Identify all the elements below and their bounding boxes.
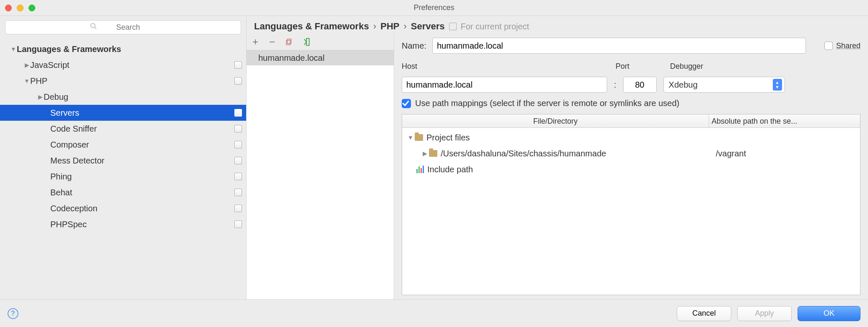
add-server-button[interactable]: [251, 37, 260, 47]
column-file-directory[interactable]: File/Directory: [402, 114, 709, 127]
scope-icon: [234, 77, 242, 85]
server-name-input[interactable]: [432, 38, 806, 54]
tree-item-php[interactable]: ▼ PHP: [0, 73, 246, 89]
colon-separator: :: [614, 80, 616, 90]
help-button[interactable]: ?: [8, 308, 18, 319]
folder-icon: [415, 134, 423, 141]
chevron-right-icon: ▶: [23, 62, 30, 68]
window-title: Preferences: [413, 3, 454, 12]
scope-icon: [234, 189, 242, 196]
minimize-window-button[interactable]: [17, 5, 23, 11]
host-input[interactable]: [402, 77, 607, 93]
chevron-right-icon: ›: [373, 21, 376, 32]
port-label: Port: [616, 62, 662, 71]
search-input[interactable]: [5, 20, 241, 34]
mapping-root-label: Project files: [426, 133, 470, 143]
tree-item-mess-detector[interactable]: Mess Detector: [0, 153, 246, 169]
settings-tree: ▼ Languages & Frameworks ▶ JavaScript ▼ …: [0, 39, 246, 299]
debugger-select[interactable]: Xdebug ▲▼: [663, 77, 785, 93]
breadcrumb-servers: Servers: [411, 21, 445, 32]
cancel-button[interactable]: Cancel: [677, 306, 731, 321]
server-list-pane: humanmade.local: [247, 34, 394, 299]
server-list-item[interactable]: humanmade.local: [247, 50, 394, 65]
remove-server-button[interactable]: [268, 37, 277, 47]
path-mappings-label: Use path mappings (select if the server …: [415, 99, 679, 108]
debugger-value: Xdebug: [669, 80, 698, 90]
server-toolbar: [247, 34, 394, 50]
apply-button[interactable]: Apply: [737, 306, 792, 321]
tree-item-servers[interactable]: Servers: [0, 105, 246, 121]
mapping-absolute-path[interactable]: /vagrant: [713, 149, 860, 158]
name-label: Name:: [402, 41, 426, 51]
tree-item-debug[interactable]: ▶ Debug: [0, 89, 246, 105]
chevron-down-icon: ▼: [10, 46, 17, 52]
include-path-icon: [416, 166, 424, 173]
port-input[interactable]: [623, 77, 657, 93]
chevron-down-icon: ▼: [406, 134, 415, 141]
server-item-label: humanmade.local: [258, 53, 325, 63]
scope-icon: [234, 221, 242, 228]
host-label: Host: [402, 62, 607, 71]
scope-icon: [234, 173, 242, 180]
mapping-tree-root[interactable]: ▼ Project files: [402, 130, 860, 145]
select-caret-icon: ▲▼: [773, 79, 782, 91]
tree-item-languages-frameworks[interactable]: ▼ Languages & Frameworks: [0, 41, 246, 57]
folder-icon: [429, 150, 437, 157]
scope-icon: [449, 23, 457, 30]
dialog-footer: ? Cancel Apply OK: [0, 299, 868, 327]
chevron-right-icon: ›: [403, 21, 406, 32]
chevron-right-icon: ▶: [37, 93, 44, 100]
scope-icon: [234, 125, 242, 132]
tree-item-code-sniffer[interactable]: Code Sniffer: [0, 121, 246, 137]
scope-icon: [234, 141, 242, 148]
ok-button[interactable]: OK: [798, 306, 860, 321]
tree-item-phing[interactable]: Phing: [0, 169, 246, 184]
chevron-down-icon: ▼: [23, 78, 30, 84]
shared-checkbox[interactable]: [824, 42, 833, 50]
mapping-include-path[interactable]: Include path: [402, 161, 860, 177]
scope-icon: [234, 205, 242, 212]
tree-item-javascript[interactable]: ▶ JavaScript: [0, 57, 246, 73]
path-mapping-table: File/Directory Absolute path on the se..…: [402, 114, 860, 295]
tree-item-behat[interactable]: Behat: [0, 184, 246, 200]
breadcrumb-hint: For current project: [461, 22, 529, 31]
scope-icon: [234, 157, 242, 164]
breadcrumb-php: PHP: [380, 21, 399, 32]
server-detail-pane: Name: Shared Host Port Debugger: [394, 34, 868, 299]
titlebar: Preferences: [0, 0, 868, 16]
scope-icon: [234, 61, 242, 69]
mapping-tree-row[interactable]: ▶ /Users/dashaluna/Sites/chassis/humanma…: [402, 145, 860, 161]
import-server-button[interactable]: [301, 37, 310, 47]
scope-icon: [234, 109, 242, 117]
column-absolute-path[interactable]: Absolute path on the se...: [709, 114, 860, 127]
tree-item-phpspec[interactable]: PHPSpec: [0, 216, 246, 232]
mapping-local-path: /Users/dashaluna/Sites/chassis/humanmade: [441, 149, 606, 158]
tree-item-codeception[interactable]: Codeception: [0, 200, 246, 216]
breadcrumb: Languages & Frameworks › PHP › Servers F…: [247, 16, 868, 34]
debugger-label: Debugger: [670, 62, 860, 71]
svg-rect-6: [286, 40, 290, 45]
maximize-window-button[interactable]: [29, 5, 35, 11]
mapping-include-label: Include path: [427, 165, 473, 174]
chevron-right-icon: ▶: [421, 150, 429, 157]
tree-item-composer[interactable]: Composer: [0, 137, 246, 153]
shared-label: Shared: [836, 42, 860, 50]
sidebar: ▼ Languages & Frameworks ▶ JavaScript ▼ …: [0, 16, 247, 299]
path-mappings-checkbox[interactable]: [402, 99, 411, 108]
copy-server-button[interactable]: [284, 37, 294, 47]
close-window-button[interactable]: [5, 5, 12, 11]
breadcrumb-languages: Languages & Frameworks: [254, 21, 369, 32]
svg-rect-5: [287, 39, 291, 44]
